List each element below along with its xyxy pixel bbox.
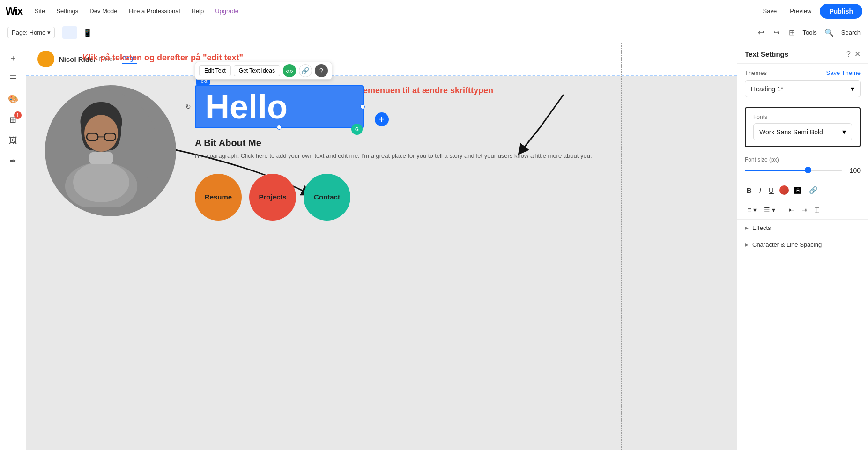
publish-button[interactable]: Publish [820, 4, 862, 19]
nav-settings[interactable]: Settings [52, 5, 83, 17]
font-size-section: Font size (px) 100 [737, 151, 868, 180]
char-spacing-label: Character & Line Spacing [752, 241, 822, 248]
search-icon[interactable]: 🔍 [823, 26, 836, 39]
rotate-handle[interactable]: ↻ [185, 103, 191, 111]
undo-btn[interactable]: ↩ [756, 26, 766, 39]
text-color-btn[interactable] [779, 185, 789, 195]
divider [782, 205, 782, 214]
page-selector-label: Page: Home [12, 29, 45, 36]
nav-site[interactable]: Site [30, 5, 50, 17]
sidebar-blog-icon[interactable]: ✒ [4, 152, 22, 170]
person-silhouette [45, 85, 157, 207]
themes-row: Themes Save Theme [745, 69, 861, 76]
effects-section[interactable]: ▶ Effects [737, 220, 868, 236]
font-dropdown[interactable]: Work Sans Semi Bold ▾ [753, 123, 852, 140]
secondary-toolbar: Page: Home ▾ 🖥 📱 ↩ ↪ ⊞ Tools 🔍 Search [0, 22, 868, 43]
search-label[interactable]: Search [841, 29, 861, 36]
italic-btn[interactable]: I [757, 184, 763, 196]
save-theme-button[interactable]: Save Theme [826, 69, 861, 76]
image-icon: 🖼 [9, 136, 17, 146]
list-btn[interactable]: ☰ ▾ [761, 204, 778, 215]
avatar [37, 51, 54, 67]
pen-icon: ✒ [9, 156, 16, 166]
align-left-btn[interactable]: ≡ ▾ [745, 204, 759, 215]
font-size-slider[interactable] [745, 170, 842, 171]
link-btn[interactable]: 🔗 [299, 64, 312, 77]
top-navbar: Wix Site Settings Dev Mode Hire a Profes… [0, 0, 868, 22]
nav-devmode[interactable]: Dev Mode [85, 5, 122, 17]
panel-header-icons: ? ✕ [846, 50, 861, 59]
nav-right: Save Preview Publish [758, 4, 862, 19]
panel-help-btn[interactable]: ? [846, 50, 851, 59]
redo-btn[interactable]: ↪ [772, 26, 781, 39]
resize-handle-right[interactable] [360, 104, 365, 109]
add-section-button[interactable]: + [375, 112, 389, 126]
sidebar-design-icon[interactable]: 🎨 [4, 90, 22, 109]
effects-chevron-icon: ▶ [745, 225, 749, 230]
fonts-section: Fonts Work Sans Semi Bold ▾ [745, 107, 861, 147]
contact-btn[interactable]: Contact [304, 174, 350, 221]
nav-upgrade[interactable]: Upgrade [210, 5, 243, 17]
get-text-ideas-btn[interactable]: Get Text Ideas [234, 65, 280, 76]
chevron-down-icon: ▾ [47, 29, 51, 36]
text-toolbar: Edit Text Get Text Ideas «» 🔗 ? [195, 62, 332, 80]
plus-icon: ＋ [9, 52, 17, 64]
about-section: A Bit About Me I'm a paragraph. Click he… [195, 138, 718, 161]
mobile-device-btn[interactable]: 📱 [79, 26, 96, 39]
hello-text[interactable]: Hello [205, 90, 353, 124]
svg-point-11 [73, 162, 129, 202]
tools-label[interactable]: Tools [802, 29, 816, 36]
page-selector[interactable]: Page: Home ▾ [7, 27, 55, 38]
char-spacing-chevron-icon: ▶ [745, 242, 749, 247]
fonts-label: Fonts [753, 114, 852, 120]
main-layout: ＋ ☰ 🎨 ⊞ 1 🖼 ✒ Nicol Rider Editor Page [0, 43, 868, 450]
resume-btn[interactable]: Resume [195, 174, 242, 221]
hello-text-box[interactable]: Text ↻ Hello G [195, 85, 364, 128]
notification-badge: 1 [14, 111, 22, 119]
font-size-slider-fill [745, 170, 808, 171]
highlight-btn[interactable]: 🅰 [793, 184, 803, 196]
format-row: B I U 🅰 🔗 [745, 184, 861, 196]
edit-text-btn[interactable]: Edit Text [199, 65, 231, 76]
canvas-right: Edit Text Get Text Ideas «» 🔗 ? Text ↻ H… [195, 85, 718, 221]
preview-button[interactable]: Preview [785, 5, 816, 17]
alignment-row: ≡ ▾ ☰ ▾ ⇤ ⇥ ⌶ [745, 204, 861, 215]
resize-handle-bottom[interactable] [277, 125, 282, 130]
effects-label: Effects [752, 224, 771, 231]
heading-dropdown[interactable]: Heading 1* ▾ [745, 80, 861, 97]
palette-icon: 🎨 [8, 94, 18, 104]
link-text-btn[interactable]: 🔗 [807, 184, 820, 196]
buttons-row: Resume Projects Contact [195, 174, 718, 221]
right-panel: Text Settings ? ✕ Themes Save Theme Head… [737, 43, 868, 450]
ai-btn[interactable]: «» [283, 64, 296, 77]
sidebar-media-icon[interactable]: 🖼 [4, 131, 22, 150]
sidebar-add-icon[interactable]: ＋ [4, 49, 22, 67]
layout-btn[interactable]: ⊞ [787, 26, 797, 39]
help-btn[interactable]: ? [315, 64, 328, 77]
left-sidebar: ＋ ☰ 🎨 ⊞ 1 🖼 ✒ [0, 43, 26, 450]
projects-btn[interactable]: Projects [249, 174, 296, 221]
nav-help[interactable]: Help [186, 5, 208, 17]
panel-title: Text Settings [745, 50, 788, 58]
wix-logo: Wix [6, 5, 22, 17]
panel-close-btn[interactable]: ✕ [854, 50, 861, 59]
about-title: A Bit About Me [195, 138, 718, 148]
indent-increase-btn[interactable]: ⇥ [799, 204, 810, 215]
heading-chevron-down-icon: ▾ [851, 84, 854, 93]
font-chevron-down-icon: ▾ [842, 127, 846, 136]
sidebar-pages-icon[interactable]: ☰ [4, 69, 22, 88]
bold-btn[interactable]: B [745, 184, 754, 196]
save-button[interactable]: Save [758, 5, 782, 17]
desktop-device-btn[interactable]: 🖥 [62, 26, 77, 39]
format-section: B I U 🅰 🔗 [737, 180, 868, 200]
sidebar-apps-icon[interactable]: ⊞ 1 [4, 111, 22, 129]
font-size-row: 100 [745, 167, 861, 174]
themes-label: Themes [745, 69, 767, 76]
more-options-btn[interactable]: ⌶ [812, 204, 822, 215]
indent-decrease-btn[interactable]: ⇤ [786, 204, 797, 215]
toolbar-right: ↩ ↪ ⊞ Tools 🔍 Search [756, 26, 861, 39]
char-spacing-section[interactable]: ▶ Character & Line Spacing [737, 236, 868, 253]
font-size-slider-thumb[interactable] [805, 167, 811, 173]
nav-hire[interactable]: Hire a Professional [124, 5, 185, 17]
underline-btn[interactable]: U [767, 184, 776, 196]
